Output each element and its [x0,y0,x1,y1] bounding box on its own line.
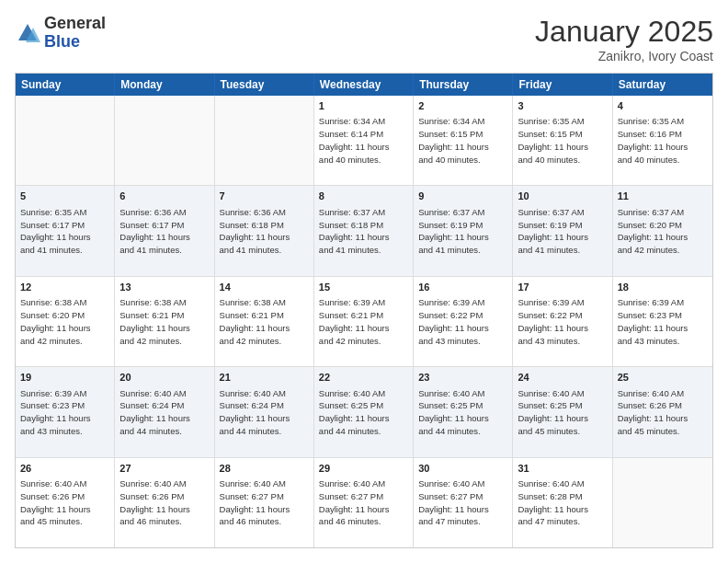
empty-cell [215,96,314,185]
day-info: Sunrise: 6:40 AM Sunset: 6:25 PM Dayligh… [518,387,607,438]
day-number: 25 [618,371,708,385]
day-info: Sunrise: 6:39 AM Sunset: 6:21 PM Dayligh… [319,296,408,347]
logo-general: General [44,14,106,32]
day-cell-20: 20Sunrise: 6:40 AM Sunset: 6:24 PM Dayli… [115,367,214,456]
day-number: 5 [20,190,109,203]
day-cell-4: 4Sunrise: 6:35 AM Sunset: 6:16 PM Daylig… [613,96,712,185]
day-number: 24 [518,371,607,385]
day-number: 29 [319,462,408,476]
calendar: SundayMondayTuesdayWednesdayThursdayFrid… [15,73,713,548]
title-month: January 2025 [535,15,713,49]
day-info: Sunrise: 6:36 AM Sunset: 6:17 PM Dayligh… [119,206,209,257]
day-info: Sunrise: 6:35 AM Sunset: 6:17 PM Dayligh… [20,206,109,257]
weekday-header-sunday: Sunday [16,74,115,96]
day-info: Sunrise: 6:40 AM Sunset: 6:25 PM Dayligh… [319,387,408,438]
page: General Blue January 2025 Zanikro, Ivory… [0,0,728,563]
empty-cell [115,96,214,185]
logo-text: General Blue [44,15,106,52]
day-number: 9 [418,190,507,203]
day-info: Sunrise: 6:39 AM Sunset: 6:22 PM Dayligh… [418,296,507,347]
day-number: 14 [220,281,309,294]
day-cell-17: 17Sunrise: 6:39 AM Sunset: 6:22 PM Dayli… [513,277,612,366]
day-info: Sunrise: 6:40 AM Sunset: 6:27 PM Dayligh… [418,477,507,528]
empty-cell [613,458,712,547]
calendar-header: SundayMondayTuesdayWednesdayThursdayFrid… [16,74,712,96]
day-cell-30: 30Sunrise: 6:40 AM Sunset: 6:27 PM Dayli… [414,458,513,547]
day-number: 4 [618,99,708,113]
title-location: Zanikro, Ivory Coast [535,49,713,63]
header: General Blue January 2025 Zanikro, Ivory… [15,15,713,63]
day-cell-14: 14Sunrise: 6:38 AM Sunset: 6:21 PM Dayli… [215,277,314,366]
weekday-header-friday: Friday [513,74,612,96]
day-cell-19: 19Sunrise: 6:39 AM Sunset: 6:23 PM Dayli… [16,367,115,456]
day-number: 10 [518,190,607,203]
day-info: Sunrise: 6:38 AM Sunset: 6:20 PM Dayligh… [20,296,109,347]
day-info: Sunrise: 6:39 AM Sunset: 6:23 PM Dayligh… [618,296,708,347]
day-number: 8 [319,190,408,203]
title-block: January 2025 Zanikro, Ivory Coast [535,15,713,63]
day-cell-2: 2Sunrise: 6:34 AM Sunset: 6:15 PM Daylig… [414,96,513,185]
weekday-header-monday: Monday [115,74,214,96]
day-number: 1 [319,99,408,113]
day-number: 16 [418,281,507,294]
day-number: 21 [220,371,309,385]
day-number: 17 [518,281,607,294]
day-number: 22 [319,371,408,385]
day-cell-10: 10Sunrise: 6:37 AM Sunset: 6:19 PM Dayli… [513,186,612,275]
logo-blue: Blue [44,32,80,51]
day-info: Sunrise: 6:36 AM Sunset: 6:18 PM Dayligh… [220,206,309,257]
day-info: Sunrise: 6:38 AM Sunset: 6:21 PM Dayligh… [119,296,209,347]
day-info: Sunrise: 6:40 AM Sunset: 6:24 PM Dayligh… [119,387,209,438]
day-cell-12: 12Sunrise: 6:38 AM Sunset: 6:20 PM Dayli… [16,277,115,366]
calendar-row: 5Sunrise: 6:35 AM Sunset: 6:17 PM Daylig… [16,185,712,275]
day-number: 26 [20,462,109,476]
day-cell-22: 22Sunrise: 6:40 AM Sunset: 6:25 PM Dayli… [314,367,414,456]
day-cell-16: 16Sunrise: 6:39 AM Sunset: 6:22 PM Dayli… [414,277,513,366]
day-number: 28 [220,462,309,476]
day-cell-24: 24Sunrise: 6:40 AM Sunset: 6:25 PM Dayli… [513,367,612,456]
day-number: 13 [119,281,209,294]
day-number: 20 [119,371,209,385]
day-cell-7: 7Sunrise: 6:36 AM Sunset: 6:18 PM Daylig… [215,186,314,275]
day-info: Sunrise: 6:40 AM Sunset: 6:27 PM Dayligh… [319,477,408,528]
day-cell-13: 13Sunrise: 6:38 AM Sunset: 6:21 PM Dayli… [115,277,214,366]
day-cell-27: 27Sunrise: 6:40 AM Sunset: 6:26 PM Dayli… [115,458,214,547]
weekday-header-saturday: Saturday [613,74,712,96]
day-cell-8: 8Sunrise: 6:37 AM Sunset: 6:18 PM Daylig… [314,186,414,275]
day-info: Sunrise: 6:34 AM Sunset: 6:15 PM Dayligh… [418,115,507,166]
day-number: 31 [518,462,607,476]
logo: General Blue [15,15,106,52]
day-info: Sunrise: 6:37 AM Sunset: 6:19 PM Dayligh… [518,206,607,257]
day-cell-21: 21Sunrise: 6:40 AM Sunset: 6:24 PM Dayli… [215,367,314,456]
day-number: 12 [20,281,109,294]
day-cell-25: 25Sunrise: 6:40 AM Sunset: 6:26 PM Dayli… [613,367,712,456]
day-info: Sunrise: 6:34 AM Sunset: 6:14 PM Dayligh… [319,115,408,166]
day-number: 27 [119,462,209,476]
day-info: Sunrise: 6:35 AM Sunset: 6:15 PM Dayligh… [518,115,607,166]
day-cell-26: 26Sunrise: 6:40 AM Sunset: 6:26 PM Dayli… [16,458,115,547]
day-cell-28: 28Sunrise: 6:40 AM Sunset: 6:27 PM Dayli… [215,458,314,547]
day-info: Sunrise: 6:35 AM Sunset: 6:16 PM Dayligh… [618,115,708,166]
day-cell-15: 15Sunrise: 6:39 AM Sunset: 6:21 PM Dayli… [314,277,414,366]
weekday-header-tuesday: Tuesday [215,74,314,96]
day-cell-31: 31Sunrise: 6:40 AM Sunset: 6:28 PM Dayli… [513,458,612,547]
day-info: Sunrise: 6:40 AM Sunset: 6:24 PM Dayligh… [220,387,309,438]
day-number: 6 [119,190,209,203]
day-info: Sunrise: 6:37 AM Sunset: 6:19 PM Dayligh… [418,206,507,257]
day-info: Sunrise: 6:37 AM Sunset: 6:20 PM Dayligh… [618,206,708,257]
day-info: Sunrise: 6:40 AM Sunset: 6:26 PM Dayligh… [119,477,209,528]
day-cell-11: 11Sunrise: 6:37 AM Sunset: 6:20 PM Dayli… [613,186,712,275]
day-info: Sunrise: 6:37 AM Sunset: 6:18 PM Dayligh… [319,206,408,257]
calendar-row: 19Sunrise: 6:39 AM Sunset: 6:23 PM Dayli… [16,366,712,456]
day-number: 7 [220,190,309,203]
calendar-row: 1Sunrise: 6:34 AM Sunset: 6:14 PM Daylig… [16,96,712,185]
calendar-body: 1Sunrise: 6:34 AM Sunset: 6:14 PM Daylig… [16,96,712,547]
day-cell-23: 23Sunrise: 6:40 AM Sunset: 6:25 PM Dayli… [414,367,513,456]
day-info: Sunrise: 6:40 AM Sunset: 6:26 PM Dayligh… [618,387,708,438]
day-cell-29: 29Sunrise: 6:40 AM Sunset: 6:27 PM Dayli… [314,458,414,547]
day-info: Sunrise: 6:39 AM Sunset: 6:23 PM Dayligh… [20,387,109,438]
day-number: 15 [319,281,408,294]
calendar-row: 26Sunrise: 6:40 AM Sunset: 6:26 PM Dayli… [16,457,712,547]
day-number: 23 [418,371,507,385]
day-info: Sunrise: 6:40 AM Sunset: 6:26 PM Dayligh… [20,477,109,528]
